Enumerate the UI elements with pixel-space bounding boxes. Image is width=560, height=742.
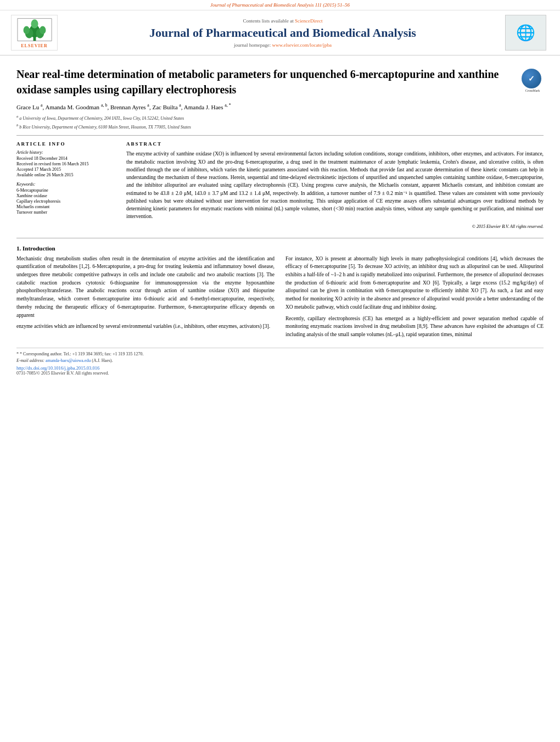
author-sup-a: a (41, 103, 43, 108)
body-section: 1. Introduction Mechanistic drug metabol… (16, 238, 544, 342)
revised-date: Received in revised form 16 March 2015 (16, 161, 115, 166)
abstract-heading: ABSTRACT (126, 141, 544, 147)
doi-text: http://dx.doi.org/10.1016/j.jpba.2015.03… (16, 365, 99, 371)
elsevier-logo: ELSEVIER (11, 15, 58, 51)
article-title: Near real-time determination of metaboli… (16, 66, 516, 97)
elsevier-tree-icon (15, 18, 54, 42)
crossmark-label: CrossMark (522, 89, 544, 92)
doi-link[interactable]: http://dx.doi.org/10.1016/j.jpba.2015.03… (16, 365, 544, 371)
email-note: E-mail address: amanda-haes@uiowa.edu (A… (16, 358, 544, 363)
article-info-abstract: ARTICLE INFO Article history: Received 1… (16, 141, 544, 228)
keyword-2: Xanthine oxidase (16, 193, 115, 198)
intro-para-2: enzyme activities which are influenced b… (16, 322, 275, 331)
keyword-1: 6-Mercaptopurine (16, 188, 115, 193)
authors-line: Grace Lu a, Amanda M. Goodman a, b, Bren… (16, 103, 544, 110)
author-sup-ab: a, b (101, 103, 108, 108)
history-title: Article history: (16, 150, 115, 155)
crossmark-badge: ✓ (522, 69, 541, 88)
abstract-col: ABSTRACT The enzyme activity of xanthine… (126, 141, 544, 228)
article-container: Near real-time determination of metaboli… (0, 55, 560, 387)
email-label: E-mail address: (16, 358, 44, 363)
elsevier-right-logo-container: 🌐 (505, 15, 549, 51)
footer-issn: 0731-7085/© 2015 Elsevier B.V. All right… (16, 371, 544, 376)
page-header: ELSEVIER Contents lists available at Sci… (0, 10, 560, 55)
corresponding-text: * Corresponding author. Tel.: +1 319 384… (20, 352, 143, 356)
elsevier-right-logo: 🌐 (505, 15, 546, 51)
affil-b: b b Rice University, Department of Chemi… (16, 122, 544, 130)
author-sup-a3: a (179, 103, 181, 108)
affil-sup-a: a (16, 114, 18, 118)
intro-para-3: For instance, XO is present at abnormall… (285, 255, 544, 311)
affil-b-text: b Rice University, Department of Chemist… (19, 124, 191, 129)
body-col-right: For instance, XO is present at abnormall… (285, 255, 544, 342)
crossmark-icon: ✓ (528, 74, 535, 83)
divider-1 (16, 135, 544, 136)
section-title: Introduction (23, 245, 55, 252)
footer-section: * * Corresponding author. Tel.: +1 319 3… (16, 348, 544, 376)
crossmark-container: ✓ CrossMark (522, 69, 544, 92)
svg-point-4 (23, 26, 29, 34)
intro-para-1: Mechanistic drug metabolism studies ofte… (16, 255, 275, 320)
affil-sup-b: b (16, 123, 18, 127)
svg-point-6 (31, 19, 38, 28)
contents-label-text: Contents lists available at (243, 18, 294, 24)
email-text: amanda-haes@uiowa.edu (46, 358, 91, 363)
accepted-date: Accepted 17 March 2015 (16, 167, 115, 172)
email-suffix: (A.J. Haes). (92, 358, 113, 363)
footnote-star: * (16, 352, 19, 356)
svg-point-5 (40, 26, 46, 34)
author-sup-a4: a, * (225, 103, 231, 108)
body-two-col: Mechanistic drug metabolism studies ofte… (16, 255, 544, 342)
available-date: Available online 26 March 2015 (16, 172, 115, 177)
elsevier-wordmark: ELSEVIER (21, 43, 47, 48)
journal-ref-text: Journal of Pharmaceutical and Biomedical… (210, 2, 350, 8)
homepage-link[interactable]: www.elsevier.com/locate/jpba (272, 42, 332, 48)
affil-a-text: a University of Iowa, Department of Chem… (19, 115, 184, 120)
keywords-section: Keywords: 6-Mercaptopurine Xanthine oxid… (16, 182, 115, 215)
keyword-4: Michaelis constant (16, 204, 115, 209)
intro-heading: 1. Introduction (16, 245, 544, 252)
journal-top-bar: Journal of Pharmaceutical and Biomedical… (0, 0, 560, 10)
journal-title-text: Journal of Pharmaceutical and Biomedical… (66, 26, 500, 40)
homepage-label: journal homepage: (234, 42, 271, 48)
homepage-line: journal homepage: www.elsevier.com/locat… (66, 42, 500, 48)
article-info-col: ARTICLE INFO Article history: Received 1… (16, 141, 115, 228)
corresponding-note: * * Corresponding author. Tel.: +1 319 3… (16, 352, 544, 356)
abstract-text: The enzyme activity of xanthine oxidase … (126, 150, 544, 220)
intro-para-4: Recently, capillary electrophoresis (CE)… (285, 315, 544, 339)
body-col-left: Mechanistic drug metabolism studies ofte… (16, 255, 275, 342)
affil-a: a a University of Iowa, Department of Ch… (16, 114, 544, 121)
copyright-line: © 2015 Elsevier B.V. All rights reserved… (126, 224, 544, 229)
article-title-section: Near real-time determination of metaboli… (16, 66, 544, 97)
contents-line: Contents lists available at ScienceDirec… (66, 18, 500, 24)
sciencedirect-link[interactable]: ScienceDirect (295, 18, 322, 24)
email-link[interactable]: amanda-haes@uiowa.edu (46, 358, 92, 363)
article-info-heading: ARTICLE INFO (16, 141, 115, 147)
keywords-title: Keywords: (16, 182, 115, 187)
globe-icon: 🌐 (516, 24, 535, 42)
elsevier-logo-container: ELSEVIER (11, 15, 60, 51)
author-sup-a2: a (147, 103, 149, 108)
affiliations: a a University of Iowa, Department of Ch… (16, 114, 544, 130)
keyword-3: Capillary electrophoresis (16, 199, 115, 204)
keyword-5: Turnover number (16, 210, 115, 215)
received-date: Received 18 December 2014 (16, 156, 115, 161)
header-center: Contents lists available at ScienceDirec… (66, 18, 500, 48)
article-history: Article history: Received 18 December 20… (16, 150, 115, 177)
section-number: 1. (16, 245, 21, 252)
